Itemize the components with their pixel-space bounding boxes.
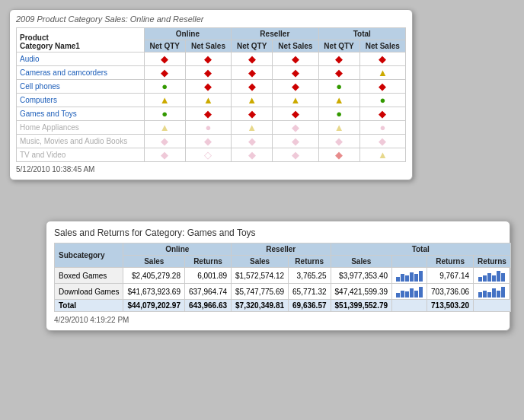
shape-cell-4-3: ◆ <box>273 107 318 121</box>
reseller-netqty-header: Net QTY <box>232 40 273 52</box>
category-row-7[interactable]: TV and Video <box>17 148 145 162</box>
total-returns-spark-2 <box>474 300 511 312</box>
sparkline <box>396 269 423 282</box>
shape-cell-6-3: ◆ <box>273 135 318 148</box>
shape-cell-5-0: ▲ <box>144 121 185 135</box>
detail-table: Subcategory Online Reseller Total Sales … <box>54 243 511 312</box>
d-total-returns-chart-h: Returns <box>474 256 511 268</box>
shape-cell-0-5: ◆ <box>359 52 405 66</box>
reseller-detail-header: Reseller <box>232 243 331 256</box>
spark-bar <box>401 274 404 282</box>
reseller-sales-0: $1,572,574.12 <box>232 268 289 284</box>
total-group-header: Total <box>318 28 405 40</box>
spark-bar <box>487 292 491 298</box>
spark-bar <box>410 288 414 298</box>
shape-cell-5-2: ▲ <box>232 121 273 135</box>
shape-cell-2-1: ◆ <box>185 80 231 94</box>
d-reseller-returns-h: Returns <box>289 256 331 268</box>
shape-cell-7-5: ▲ <box>359 148 405 162</box>
reseller-sales-2: $7,320,349.81 <box>232 300 289 312</box>
d-online-sales-h: Sales <box>123 256 185 268</box>
spark-bar <box>419 287 423 298</box>
total-returns-1: 703,736.06 <box>427 284 474 300</box>
spark-bar <box>414 291 418 298</box>
total-sales-1: $47,421,599.39 <box>331 284 392 300</box>
shape-cell-5-5: ● <box>359 121 405 135</box>
shape-cell-6-4: ◆ <box>318 135 359 148</box>
shape-cell-7-4: ◆ <box>318 148 359 162</box>
d-online-returns-h: Returns <box>185 256 232 268</box>
top-report-panel: 2009 Product Category Sales: Online and … <box>9 9 413 180</box>
category-row-2[interactable]: Cell phones <box>17 80 145 94</box>
d-total-sales-chart-h <box>392 256 427 268</box>
spark-bar <box>497 291 500 298</box>
sparkline <box>396 285 423 298</box>
sparkline <box>478 285 506 298</box>
shape-cell-5-1: ● <box>185 121 231 135</box>
online-netqty-header: Net QTY <box>144 40 185 52</box>
category-row-0[interactable]: Audio <box>17 52 145 66</box>
shape-cell-2-2: ◆ <box>232 80 273 94</box>
top-timestamp: 5/12/2010 10:38:45 AM <box>16 165 406 173</box>
online-returns-0: 6,001.89 <box>185 268 232 284</box>
online-sales-2: $44,079,202.97 <box>123 300 185 312</box>
total-netqty-header: Net QTY <box>318 40 359 52</box>
shape-cell-2-4: ● <box>318 80 359 94</box>
online-group-header: Online <box>144 28 231 40</box>
spark-bar <box>497 271 500 282</box>
shape-cell-2-5: ◆ <box>359 80 405 94</box>
total-detail-header: Total <box>331 243 510 256</box>
online-netsales-header: Net Sales <box>185 40 231 52</box>
spark-bar <box>401 291 404 298</box>
shape-cell-0-0: ◆ <box>144 52 185 66</box>
shape-cell-4-4: ● <box>318 107 359 121</box>
detail-row-name-0: Boxed Games <box>55 268 123 284</box>
sparkline <box>478 269 506 282</box>
total-returns-spark-1 <box>474 284 511 300</box>
shape-cell-4-2: ◆ <box>232 107 273 121</box>
shape-cell-1-0: ◆ <box>144 66 185 80</box>
shape-cell-0-1: ◆ <box>185 52 231 66</box>
category-row-5[interactable]: Home Appliances <box>17 121 145 135</box>
category-row-4[interactable]: Games and Toys <box>17 107 145 121</box>
d-total-sales-h: Sales <box>331 256 392 268</box>
shape-cell-1-1: ◆ <box>185 66 231 80</box>
shape-cell-4-1: ◆ <box>185 107 231 121</box>
shape-cell-3-5: ● <box>359 94 405 107</box>
shape-cell-5-3: ◆ <box>273 121 318 135</box>
shape-cell-4-5: ◆ <box>359 107 405 121</box>
spark-bar <box>405 275 409 282</box>
shape-cell-6-5: ◆ <box>359 135 405 148</box>
bottom-timestamp: 4/29/2010 4:19:22 PM <box>54 316 502 324</box>
bottom-report-panel: Sales and Returns for Category: Games an… <box>46 221 510 331</box>
reseller-returns-0: 3,765.25 <box>289 268 331 284</box>
spark-bar <box>501 287 505 298</box>
total-sales-spark-1 <box>392 284 427 300</box>
shape-cell-7-2: ◆ <box>232 148 273 162</box>
shape-cell-3-3: ▲ <box>273 94 318 107</box>
total-sales-0: $3,977,353.40 <box>331 268 392 284</box>
d-total-returns-h: Returns <box>427 256 474 268</box>
shape-cell-6-2: ◆ <box>232 135 273 148</box>
spark-bar <box>478 277 482 282</box>
shape-cell-1-2: ◆ <box>232 66 273 80</box>
shape-cell-7-3: ◆ <box>273 148 318 162</box>
total-sales-spark-2 <box>392 300 427 312</box>
shape-cell-3-4: ▲ <box>318 94 359 107</box>
total-netsales-header: Net Sales <box>359 40 405 52</box>
spark-bar <box>483 291 487 298</box>
spark-bar <box>414 274 418 282</box>
spark-bar <box>410 272 414 282</box>
category-row-3[interactable]: Computers <box>17 94 145 107</box>
online-returns-2: 643,966.63 <box>185 300 232 312</box>
spark-bar <box>478 292 482 298</box>
online-sales-1: $41,673,923.69 <box>123 284 185 300</box>
online-sales-0: $2,405,279.28 <box>123 268 185 284</box>
category-row-1[interactable]: Cameras and camcorders <box>17 66 145 80</box>
shape-cell-3-1: ▲ <box>185 94 231 107</box>
detail-row-name-2: Total <box>55 300 123 312</box>
spark-bar <box>492 275 496 282</box>
category-row-6[interactable]: Music, Movies and Audio Books <box>17 135 145 148</box>
online-detail-header: Online <box>123 243 232 256</box>
spark-bar <box>487 273 491 282</box>
